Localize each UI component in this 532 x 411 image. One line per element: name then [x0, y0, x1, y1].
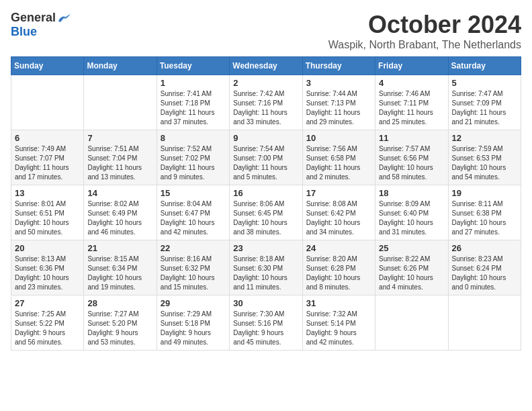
day-info: Sunrise: 7:59 AM Sunset: 6:53 PM Dayligh… — [452, 144, 517, 182]
logo: General Blue — [11, 11, 71, 39]
day-info: Sunrise: 7:52 AM Sunset: 7:02 PM Dayligh… — [161, 144, 226, 182]
calendar-cell: 24Sunrise: 8:20 AM Sunset: 6:28 PM Dayli… — [302, 240, 375, 295]
day-number: 2 — [233, 78, 298, 88]
calendar-cell: 4Sunrise: 7:46 AM Sunset: 7:11 PM Daylig… — [375, 75, 448, 130]
calendar-cell: 18Sunrise: 8:09 AM Sunset: 6:40 PM Dayli… — [375, 185, 448, 240]
calendar-cell: 21Sunrise: 8:15 AM Sunset: 6:34 PM Dayli… — [84, 240, 157, 295]
calendar-cell: 15Sunrise: 8:04 AM Sunset: 6:47 PM Dayli… — [157, 185, 229, 240]
calendar-cell: 16Sunrise: 8:06 AM Sunset: 6:45 PM Dayli… — [230, 185, 302, 240]
calendar-week-1: 1Sunrise: 7:41 AM Sunset: 7:18 PM Daylig… — [11, 75, 521, 130]
day-info: Sunrise: 7:49 AM Sunset: 7:07 PM Dayligh… — [15, 144, 80, 182]
calendar-cell: 9Sunrise: 7:54 AM Sunset: 7:00 PM Daylig… — [230, 130, 302, 185]
calendar-cell: 6Sunrise: 7:49 AM Sunset: 7:07 PM Daylig… — [11, 130, 84, 185]
day-number: 17 — [306, 188, 371, 198]
day-info: Sunrise: 8:18 AM Sunset: 6:30 PM Dayligh… — [233, 255, 298, 292]
day-number: 15 — [161, 188, 226, 198]
day-number: 14 — [87, 188, 152, 198]
day-number: 6 — [15, 133, 80, 143]
calendar-cell — [375, 295, 448, 351]
day-info: Sunrise: 8:15 AM Sunset: 6:34 PM Dayligh… — [87, 255, 152, 292]
day-info: Sunrise: 7:44 AM Sunset: 7:13 PM Dayligh… — [306, 89, 371, 127]
calendar-header-thursday: Thursday — [302, 57, 375, 75]
day-info: Sunrise: 7:29 AM Sunset: 5:18 PM Dayligh… — [161, 310, 226, 347]
calendar-header-friday: Friday — [375, 57, 448, 75]
logo-general: General — [11, 11, 56, 25]
calendar-cell: 17Sunrise: 8:08 AM Sunset: 6:42 PM Dayli… — [302, 185, 375, 240]
day-number: 27 — [15, 298, 80, 308]
calendar-table: SundayMondayTuesdayWednesdayThursdayFrid… — [11, 56, 521, 351]
day-info: Sunrise: 8:06 AM Sunset: 6:45 PM Dayligh… — [233, 199, 298, 237]
day-info: Sunrise: 7:41 AM Sunset: 7:18 PM Dayligh… — [161, 89, 226, 127]
calendar-cell: 23Sunrise: 8:18 AM Sunset: 6:30 PM Dayli… — [230, 240, 302, 295]
calendar-cell: 30Sunrise: 7:30 AM Sunset: 5:16 PM Dayli… — [230, 295, 302, 351]
day-number: 23 — [233, 243, 298, 253]
day-number: 31 — [306, 298, 371, 308]
calendar-cell: 20Sunrise: 8:13 AM Sunset: 6:36 PM Dayli… — [11, 240, 84, 295]
title-section: October 2024 Waspik, North Brabant, The … — [328, 11, 521, 51]
day-number: 25 — [379, 243, 444, 253]
day-number: 24 — [306, 243, 371, 253]
day-number: 29 — [161, 298, 226, 308]
month-title: October 2024 — [328, 11, 521, 39]
calendar-cell: 5Sunrise: 7:47 AM Sunset: 7:09 PM Daylig… — [448, 75, 521, 130]
day-number: 5 — [452, 78, 517, 88]
day-info: Sunrise: 8:02 AM Sunset: 6:49 PM Dayligh… — [87, 199, 152, 237]
day-number: 18 — [379, 188, 444, 198]
logo-blue: Blue — [11, 25, 37, 39]
day-info: Sunrise: 8:08 AM Sunset: 6:42 PM Dayligh… — [306, 199, 371, 237]
calendar-cell: 14Sunrise: 8:02 AM Sunset: 6:49 PM Dayli… — [84, 185, 157, 240]
location-title: Waspik, North Brabant, The Netherlands — [328, 39, 521, 51]
day-number: 26 — [452, 243, 517, 253]
day-number: 11 — [379, 133, 444, 143]
day-info: Sunrise: 8:09 AM Sunset: 6:40 PM Dayligh… — [379, 199, 444, 237]
calendar-cell — [84, 75, 157, 130]
calendar-cell: 26Sunrise: 8:23 AM Sunset: 6:24 PM Dayli… — [448, 240, 521, 295]
day-info: Sunrise: 7:42 AM Sunset: 7:16 PM Dayligh… — [233, 89, 298, 127]
day-number: 30 — [233, 298, 298, 308]
calendar-header-sunday: Sunday — [11, 57, 84, 75]
calendar-cell: 11Sunrise: 7:57 AM Sunset: 6:56 PM Dayli… — [375, 130, 448, 185]
calendar-cell: 31Sunrise: 7:32 AM Sunset: 5:14 PM Dayli… — [302, 295, 375, 351]
day-info: Sunrise: 7:51 AM Sunset: 7:04 PM Dayligh… — [87, 144, 152, 182]
calendar-cell: 2Sunrise: 7:42 AM Sunset: 7:16 PM Daylig… — [230, 75, 302, 130]
calendar-cell: 13Sunrise: 8:01 AM Sunset: 6:51 PM Dayli… — [11, 185, 84, 240]
day-number: 9 — [233, 133, 298, 143]
day-info: Sunrise: 8:23 AM Sunset: 6:24 PM Dayligh… — [452, 255, 517, 292]
day-info: Sunrise: 7:47 AM Sunset: 7:09 PM Dayligh… — [452, 89, 517, 127]
day-info: Sunrise: 8:04 AM Sunset: 6:47 PM Dayligh… — [161, 199, 226, 237]
calendar-week-5: 27Sunrise: 7:25 AM Sunset: 5:22 PM Dayli… — [11, 295, 521, 351]
calendar-week-2: 6Sunrise: 7:49 AM Sunset: 7:07 PM Daylig… — [11, 130, 521, 185]
day-number: 10 — [306, 133, 371, 143]
calendar-cell: 29Sunrise: 7:29 AM Sunset: 5:18 PM Dayli… — [157, 295, 229, 351]
day-number: 16 — [233, 188, 298, 198]
day-number: 7 — [87, 133, 152, 143]
day-number: 1 — [161, 78, 226, 88]
calendar-header-tuesday: Tuesday — [157, 57, 229, 75]
day-number: 8 — [161, 133, 226, 143]
calendar-body: 1Sunrise: 7:41 AM Sunset: 7:18 PM Daylig… — [11, 75, 521, 351]
calendar-cell: 7Sunrise: 7:51 AM Sunset: 7:04 PM Daylig… — [84, 130, 157, 185]
calendar-cell: 25Sunrise: 8:22 AM Sunset: 6:26 PM Dayli… — [375, 240, 448, 295]
day-info: Sunrise: 7:30 AM Sunset: 5:16 PM Dayligh… — [233, 310, 298, 347]
calendar-header-monday: Monday — [84, 57, 157, 75]
day-number: 20 — [15, 243, 80, 253]
calendar-cell: 27Sunrise: 7:25 AM Sunset: 5:22 PM Dayli… — [11, 295, 84, 351]
calendar-cell: 8Sunrise: 7:52 AM Sunset: 7:02 PM Daylig… — [157, 130, 229, 185]
day-info: Sunrise: 7:56 AM Sunset: 6:58 PM Dayligh… — [306, 144, 371, 182]
calendar-cell — [11, 75, 84, 130]
day-info: Sunrise: 8:20 AM Sunset: 6:28 PM Dayligh… — [306, 255, 371, 292]
calendar-cell: 12Sunrise: 7:59 AM Sunset: 6:53 PM Dayli… — [448, 130, 521, 185]
logo-bird-icon — [57, 13, 71, 24]
day-number: 13 — [15, 188, 80, 198]
calendar-header-wednesday: Wednesday — [230, 57, 302, 75]
day-info: Sunrise: 8:11 AM Sunset: 6:38 PM Dayligh… — [452, 199, 517, 237]
day-info: Sunrise: 7:54 AM Sunset: 7:00 PM Dayligh… — [233, 144, 298, 182]
day-number: 12 — [452, 133, 517, 143]
day-info: Sunrise: 7:57 AM Sunset: 6:56 PM Dayligh… — [379, 144, 444, 182]
calendar-week-3: 13Sunrise: 8:01 AM Sunset: 6:51 PM Dayli… — [11, 185, 521, 240]
calendar-header-row: SundayMondayTuesdayWednesdayThursdayFrid… — [11, 57, 521, 75]
day-number: 19 — [452, 188, 517, 198]
day-info: Sunrise: 8:13 AM Sunset: 6:36 PM Dayligh… — [15, 255, 80, 292]
calendar-week-4: 20Sunrise: 8:13 AM Sunset: 6:36 PM Dayli… — [11, 240, 521, 295]
day-info: Sunrise: 7:25 AM Sunset: 5:22 PM Dayligh… — [15, 310, 80, 347]
